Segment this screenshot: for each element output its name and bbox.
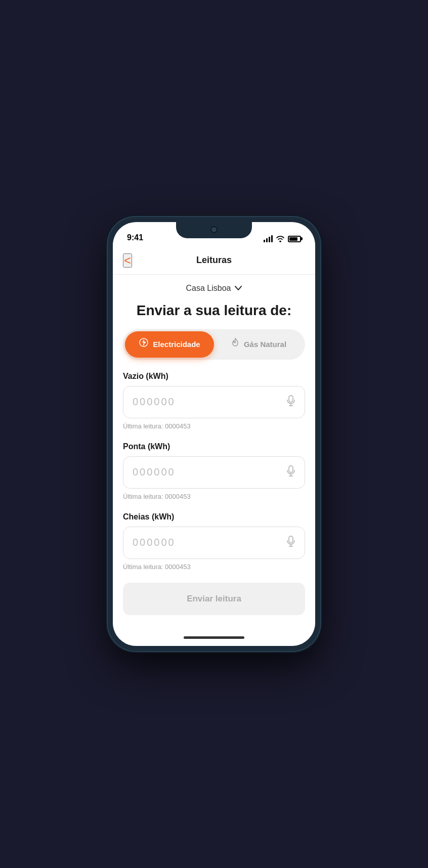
wifi-icon — [276, 235, 285, 242]
svg-rect-4 — [289, 466, 293, 472]
tab-toggle-container: Electricidade Gás Natural — [123, 329, 305, 360]
main-content: Casa Lisboa Enviar a sua leitura de: — [113, 275, 315, 629]
vazio-field-group: Vazio (kWh) Última leitura: 000 — [123, 372, 305, 430]
ponta-input[interactable] — [133, 466, 286, 478]
vazio-last-reading: Última leitura: 0000453 — [123, 422, 305, 430]
nav-title: Leituras — [196, 255, 232, 266]
vazio-input-wrapper — [123, 386, 305, 418]
flame-icon — [231, 337, 240, 351]
nav-bar: < Leituras — [113, 246, 315, 275]
tab-electricidade[interactable]: Electricidade — [125, 331, 214, 358]
ponta-label: Ponta (kWh) — [123, 442, 305, 451]
form-section: Vazio (kWh) Última leitura: 000 — [113, 372, 315, 571]
ponta-mic-icon[interactable] — [286, 465, 295, 479]
back-button[interactable]: < — [123, 253, 132, 268]
home-bar — [184, 636, 244, 639]
ponta-input-wrapper — [123, 456, 305, 489]
main-heading: Enviar a sua leitura de: — [113, 298, 315, 329]
cheias-input-wrapper — [123, 527, 305, 559]
cheias-last-reading: Última leitura: 0000453 — [123, 563, 305, 571]
status-time: 9:41 — [127, 233, 143, 242]
ponta-last-reading: Última leitura: 0000453 — [123, 493, 305, 500]
location-name: Casa Lisboa — [186, 284, 231, 293]
notch — [176, 222, 252, 238]
vazio-mic-icon[interactable] — [286, 395, 295, 409]
tab-gas[interactable]: Gás Natural — [214, 331, 303, 358]
chevron-down-icon — [235, 286, 242, 291]
cheias-input[interactable] — [133, 537, 286, 548]
vazio-input[interactable] — [133, 396, 286, 408]
status-icons — [264, 235, 301, 242]
cheias-label: Cheias (kWh) — [123, 512, 305, 522]
electricity-icon — [139, 337, 149, 351]
home-indicator — [113, 629, 315, 646]
signal-icon — [264, 235, 273, 242]
cheias-field-group: Cheias (kWh) Última leitura: 00 — [123, 512, 305, 571]
svg-rect-7 — [289, 536, 293, 543]
vazio-label: Vazio (kWh) — [123, 372, 305, 381]
cheias-mic-icon[interactable] — [286, 536, 295, 549]
tab-electricidade-label: Electricidade — [153, 340, 200, 349]
phone-screen: 9:41 < Leituras — [113, 222, 315, 646]
svg-rect-1 — [289, 396, 293, 402]
tab-gas-label: Gás Natural — [244, 340, 286, 349]
submit-button[interactable]: Enviar leitura — [123, 583, 305, 615]
phone-frame: 9:41 < Leituras — [108, 217, 320, 651]
ponta-field-group: Ponta (kWh) Última leitura: 000 — [123, 442, 305, 500]
location-selector[interactable]: Casa Lisboa — [113, 275, 315, 298]
battery-icon — [288, 236, 301, 242]
front-camera — [210, 226, 218, 233]
